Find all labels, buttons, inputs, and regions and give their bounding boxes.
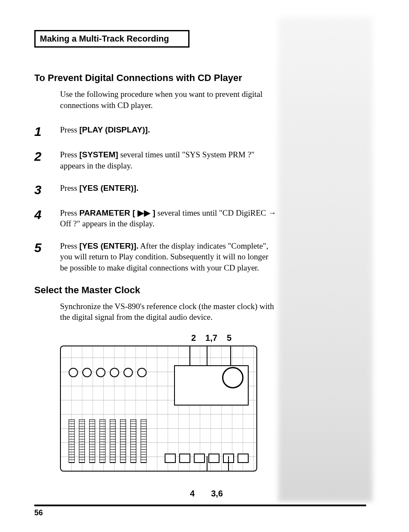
callout-label: 3,6 <box>211 489 223 499</box>
step-body: Press [YES (ENTER)]. <box>60 183 138 194</box>
callout-label: 2 <box>191 333 196 343</box>
step-4: 4 Press PARAMETER [ ▶▶ ] several times u… <box>34 207 277 229</box>
section2-title: Select the Master Clock <box>34 285 277 296</box>
step-text-pre: Press <box>60 183 79 192</box>
callout-leader-line <box>207 346 208 365</box>
step-text-pre: Press <box>60 150 79 159</box>
step-3: 3 Press [YES (ENTER)]. <box>34 183 277 196</box>
step-body: Press [PLAY (DISPLAY)]. <box>60 124 150 135</box>
page-number: 56 <box>34 508 43 517</box>
callout-label: 4 <box>190 489 195 499</box>
step-5: 5 Press [YES (ENTER)]. After the display… <box>34 240 277 274</box>
diagram-callouts-top: 2 1,7 5 <box>60 333 257 343</box>
callout-leader-line <box>228 456 229 472</box>
step-text-pre: Press <box>60 125 79 134</box>
step-number: 5 <box>34 240 60 254</box>
callout-leader-line <box>189 346 190 365</box>
section1-intro: Use the following procedure when you wan… <box>60 89 277 111</box>
step-number: 1 <box>34 124 60 138</box>
step-text-bold: [PLAY (DISPLAY)]. <box>79 125 150 134</box>
step-body: Press [YES (ENTER)]. After the display i… <box>60 240 277 274</box>
step-text-pre: Press <box>60 241 79 250</box>
chapter-title: Making a Multi-Track Recording <box>40 34 169 43</box>
section2-intro: Synchronize the VS-890's reference clock… <box>60 301 277 323</box>
section1-title: To Prevent Digital Connections with CD P… <box>34 72 277 84</box>
callout-leader-line <box>230 346 231 365</box>
step-2: 2 Press [SYSTEM] several times until "SY… <box>34 149 277 171</box>
scan-artifact-gradient <box>278 17 373 502</box>
knob-row-icon <box>69 368 147 377</box>
step-text-bold: PARAMETER [ ▶▶ ] <box>79 208 155 217</box>
jog-dial-icon <box>222 367 244 388</box>
callout-label: 5 <box>227 333 232 343</box>
step-text-bold: [YES (ENTER)]. <box>79 241 138 250</box>
device-illustration <box>60 346 257 472</box>
step-body: Press [SYSTEM] several times until "SYS … <box>60 149 277 171</box>
step-number: 3 <box>34 183 60 196</box>
callout-label: 1,7 <box>205 333 217 343</box>
fader-bank-icon <box>69 419 147 463</box>
step-text-bold: [SYSTEM] <box>79 150 118 159</box>
chapter-header-box: Making a Multi-Track Recording <box>34 30 189 48</box>
step-text-bold: [YES (ENTER)]. <box>79 183 138 192</box>
footer-rule <box>34 505 366 506</box>
device-diagram-area: 2 1,7 5 <box>60 333 257 499</box>
step-number: 4 <box>34 207 60 221</box>
step-text-pre: Press <box>60 208 79 217</box>
step-body: Press PARAMETER [ ▶▶ ] several times unt… <box>60 207 277 229</box>
step-number: 2 <box>34 149 60 163</box>
diagram-callouts-bottom: 4 3,6 <box>60 489 257 499</box>
step-1: 1 Press [PLAY (DISPLAY)]. <box>34 124 277 138</box>
callout-leader-line <box>207 456 208 472</box>
main-content: To Prevent Digital Connections with CD P… <box>34 72 277 499</box>
